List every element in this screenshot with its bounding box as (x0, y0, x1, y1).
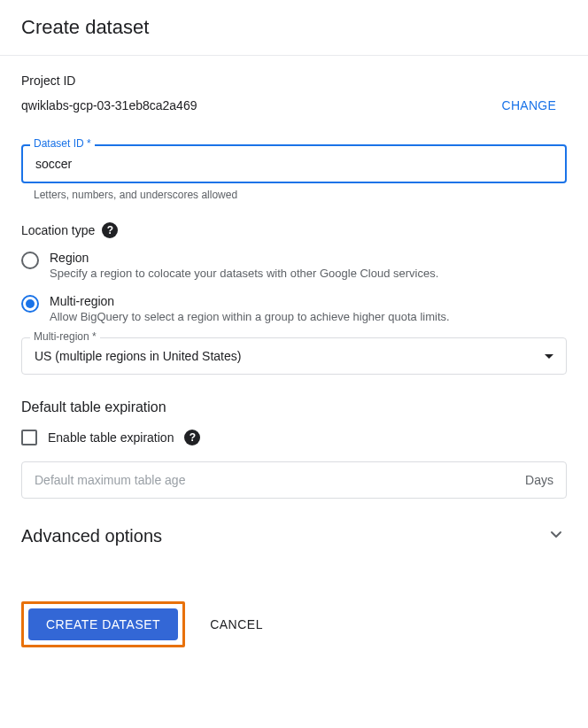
dataset-id-input[interactable] (21, 144, 567, 183)
dialog-title: Create dataset (21, 16, 567, 39)
help-icon[interactable]: ? (102, 222, 118, 238)
create-button-highlight: CREATE DATASET (21, 601, 185, 647)
advanced-options-title: Advanced options (21, 526, 162, 546)
multi-region-select[interactable]: US (multiple regions in United States) (21, 337, 567, 375)
max-table-age-unit: Days (525, 473, 553, 487)
radio-button-multiregion[interactable] (21, 295, 39, 313)
cancel-button[interactable]: CANCEL (199, 608, 274, 640)
dataset-id-helper: Letters, numbers, and underscores allowe… (34, 189, 567, 201)
radio-title-multiregion: Multi-region (50, 294, 567, 308)
dataset-id-field: Dataset ID * (21, 144, 567, 183)
radio-desc-region: Specify a region to colocate your datase… (50, 267, 567, 280)
dataset-id-label: Dataset ID * (30, 137, 95, 150)
change-project-button[interactable]: CHANGE (491, 91, 567, 120)
dropdown-arrow-icon (545, 354, 553, 359)
enable-expiration-checkbox[interactable] (21, 430, 37, 445)
dialog-header: Create dataset (0, 0, 588, 56)
advanced-options-toggle[interactable]: Advanced options (21, 523, 567, 548)
chevron-down-icon (545, 523, 567, 548)
project-id-value: qwiklabs-gcp-03-31eb8ca2a469 (21, 98, 197, 112)
multi-region-value: US (multiple regions in United States) (35, 349, 241, 363)
dialog-content: Project ID qwiklabs-gcp-03-31eb8ca2a469 … (0, 56, 588, 665)
radio-button-region[interactable] (21, 252, 39, 269)
multi-region-select-wrapper: Multi-region * US (multiple regions in U… (21, 337, 567, 375)
location-type-header: Location type ? (21, 222, 567, 238)
enable-expiration-row: Enable table expiration ? (21, 430, 567, 445)
radio-option-multiregion[interactable]: Multi-region Allow BigQuery to select a … (21, 294, 567, 323)
project-id-label: Project ID (21, 74, 567, 88)
radio-option-region[interactable]: Region Specify a region to colocate your… (21, 251, 567, 280)
action-buttons: CREATE DATASET CANCEL (21, 601, 567, 647)
location-type-label: Location type (21, 223, 95, 237)
max-table-age-placeholder: Default maximum table age (35, 473, 185, 487)
project-id-row: qwiklabs-gcp-03-31eb8ca2a469 CHANGE (21, 91, 567, 120)
help-icon[interactable]: ? (184, 430, 200, 445)
expiration-section-title: Default table expiration (21, 399, 567, 415)
multi-region-label: Multi-region * (30, 330, 100, 343)
radio-title-region: Region (50, 251, 567, 265)
enable-expiration-label: Enable table expiration (48, 430, 174, 445)
max-table-age-field[interactable]: Default maximum table age Days (21, 461, 567, 499)
create-dataset-button[interactable]: CREATE DATASET (28, 608, 178, 640)
radio-desc-multiregion: Allow BigQuery to select a region within… (50, 310, 567, 323)
